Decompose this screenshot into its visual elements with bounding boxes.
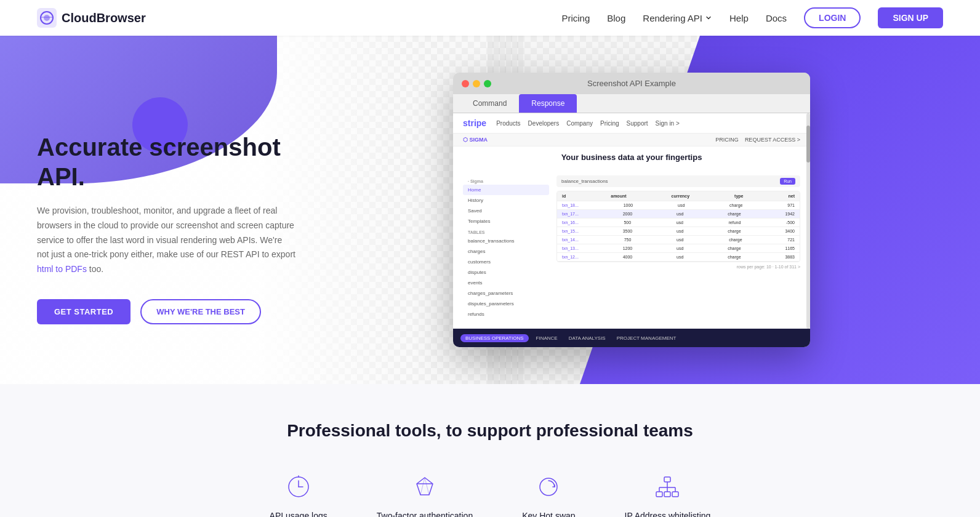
sidebar-item-t8[interactable]: refunds xyxy=(463,309,549,319)
chevron-down-icon xyxy=(705,14,712,22)
run-button[interactable]: Run xyxy=(780,178,795,185)
table-row: txn_15... 3500 usd charge 3400 xyxy=(557,227,800,236)
sidebar-item-t7[interactable]: disputes_parameters xyxy=(463,299,549,309)
nav-item-pricing[interactable]: Pricing xyxy=(561,13,590,23)
tools-section-title: Professional tools, to support professio… xyxy=(37,421,943,441)
table-row: txn_13... 1200 usd charge 1165 xyxy=(557,244,800,253)
tag-finance: FINANCE xyxy=(532,334,561,342)
table-header: id amount currency type net xyxy=(557,191,800,201)
stripe-data-table: id amount currency type net txn_18... 10… xyxy=(556,191,800,262)
hero-description: We provision, troubleshoot, monitor, and… xyxy=(37,204,295,277)
col-amount: amount xyxy=(611,194,626,198)
svg-rect-16 xyxy=(672,492,678,497)
stripe-main: · Sigma Home History Saved Templates TAB… xyxy=(453,166,810,329)
nav-item-help[interactable]: Help xyxy=(729,13,749,23)
navbar: CloudBrowser Pricing Blog Rendering API … xyxy=(0,0,980,36)
clock-icon xyxy=(283,471,314,502)
table-row: txn_16... 500 usd refund -500 xyxy=(557,218,800,227)
get-started-button[interactable]: GET STARTED xyxy=(37,299,131,324)
hero-title: Accurate screenshot API. xyxy=(37,132,295,191)
tool-hot-swap-label: Key Hot swap xyxy=(522,511,575,517)
stripe-subheader: ⬡ SIGMA PRICING REQUEST ACCESS > xyxy=(453,134,810,146)
refresh-circle-icon xyxy=(533,471,564,502)
scrollbar-thumb xyxy=(806,126,810,162)
tool-api-logs: API usage logs xyxy=(270,471,327,517)
hero-section: Accurate screenshot API. We provision, t… xyxy=(0,36,980,384)
tab-command[interactable]: Command xyxy=(460,94,519,113)
table-row: txn_12... 4000 usd charge 3883 xyxy=(557,253,800,262)
html-to-pdfs-link[interactable]: html to PDFs xyxy=(37,264,87,274)
tools-section: Professional tools, to support professio… xyxy=(0,384,980,517)
sidebar-section-label: · Sigma xyxy=(463,175,549,185)
stripe-page-heading: Your business data at your fingertips xyxy=(453,146,810,166)
sidebar-item-saved[interactable]: Saved xyxy=(463,206,549,216)
browser-dots xyxy=(462,80,491,87)
stripe-content: balance_transactions Run id amount curre… xyxy=(556,175,800,329)
stripe-nav-developers: Developers xyxy=(528,120,560,127)
hero-buttons: GET STARTED WHY WE'RE THE BEST xyxy=(37,299,295,324)
table-pagination: rows per page: 10 · 1-10 of 311 > xyxy=(556,262,800,271)
hero-left: Accurate screenshot API. We provision, t… xyxy=(37,95,295,324)
col-id: id xyxy=(562,194,566,198)
stripe-nav-pricing: Pricing xyxy=(600,120,619,127)
svg-rect-3 xyxy=(41,17,53,18)
svg-rect-13 xyxy=(664,477,670,482)
hero-content: Accurate screenshot API. We provision, t… xyxy=(0,36,980,384)
col-type: type xyxy=(734,194,743,198)
tool-2fa: Two-factor authentication xyxy=(377,471,473,517)
table-row: txn_18... 1000 usd charge 971 xyxy=(557,201,800,210)
sidebar-section-tables: TABLES xyxy=(463,226,549,236)
hero-right: Screenshot API Example Command Response … xyxy=(320,73,943,347)
nav-item-docs[interactable]: Docs xyxy=(766,13,787,23)
diamond-icon xyxy=(409,471,440,502)
stripe-subheader-links: PRICING REQUEST ACCESS > xyxy=(715,137,800,143)
why-best-button[interactable]: WHY WE'RE THE BEST xyxy=(140,299,261,324)
sidebar-item-templates[interactable]: Templates xyxy=(463,216,549,226)
sidebar-item-t4[interactable]: disputes xyxy=(463,267,549,278)
sidebar-item-t2[interactable]: charges xyxy=(463,246,549,257)
sigma-logo: ⬡ SIGMA xyxy=(463,137,488,143)
tab-response[interactable]: Response xyxy=(519,94,577,113)
nav-item-rendering-api[interactable]: Rendering API xyxy=(643,13,712,23)
login-button[interactable]: LOGIN xyxy=(804,7,861,28)
stripe-nav-company: Company xyxy=(566,120,593,127)
subheader-pricing: PRICING xyxy=(715,137,739,143)
sidebar-item-t5[interactable]: events xyxy=(463,278,549,288)
browser-bottom-bar: BUSINESS OPERATIONS FINANCE DATA ANALYSI… xyxy=(453,329,810,347)
stripe-nav-links: Products Developers Company Pricing Supp… xyxy=(496,120,680,127)
col-currency: currency xyxy=(672,194,690,198)
sidebar-item-t6[interactable]: charges_parameters xyxy=(463,288,549,299)
tools-grid: API usage logs Two-factor authentication xyxy=(37,471,943,517)
network-icon xyxy=(652,471,683,502)
subheader-request: REQUEST ACCESS > xyxy=(745,137,800,143)
tag-data-analysis: DATA ANALYSIS xyxy=(565,334,609,342)
logo[interactable]: CloudBrowser xyxy=(37,8,146,28)
stripe-sidebar: · Sigma Home History Saved Templates TAB… xyxy=(463,175,549,329)
svg-marker-8 xyxy=(417,478,433,495)
svg-rect-15 xyxy=(664,492,670,497)
dot-red xyxy=(462,80,469,87)
sidebar-item-t1[interactable]: balance_transactions xyxy=(463,236,549,246)
toolbar-buttons: Run xyxy=(780,178,795,185)
tool-2fa-label: Two-factor authentication xyxy=(377,511,473,517)
stripe-nav-products: Products xyxy=(496,120,520,127)
signup-button[interactable]: SIGN UP xyxy=(878,7,943,28)
table-row: txn_17... 2000 usd charge 1942 xyxy=(557,210,800,218)
scrollbar[interactable] xyxy=(806,113,810,329)
tool-api-logs-label: API usage logs xyxy=(270,511,327,517)
bottom-tags: BUSINESS OPERATIONS FINANCE DATA ANALYSI… xyxy=(460,334,680,342)
table-row: txn_14... 750 usd charge 721 xyxy=(557,236,800,244)
sidebar-item-t3[interactable]: customers xyxy=(463,257,549,267)
toolbar: balance_transactions Run xyxy=(556,175,800,187)
browser-tabbar: Command Response xyxy=(453,94,810,113)
logo-text: CloudBrowser xyxy=(62,11,146,25)
dot-yellow xyxy=(473,80,480,87)
nav-item-blog[interactable]: Blog xyxy=(607,13,625,23)
stripe-nav-support: Support xyxy=(627,120,648,127)
tag-project-management: PROJECT MANAGEMENT xyxy=(613,334,680,342)
sidebar-item-history[interactable]: History xyxy=(463,195,549,206)
tool-ip-whitelist: IP Address whitelisting xyxy=(625,471,711,517)
sidebar-item-home[interactable]: Home xyxy=(463,185,549,195)
dot-green xyxy=(484,80,491,87)
col-net: net xyxy=(789,194,795,198)
